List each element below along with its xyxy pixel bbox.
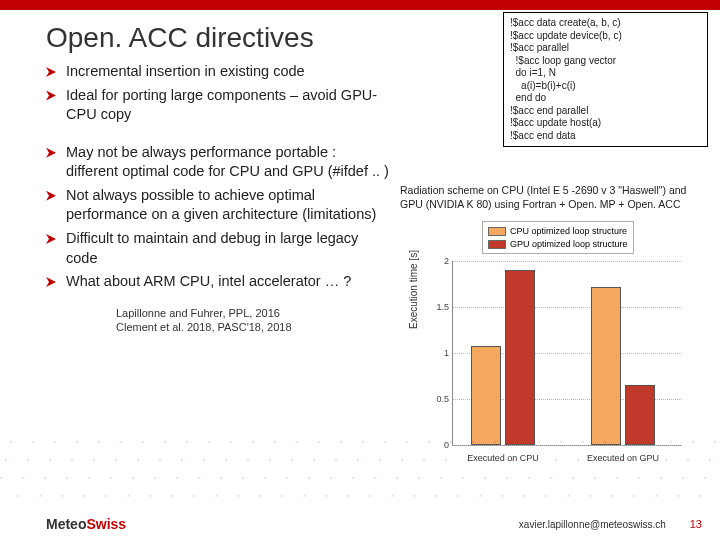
list-item: Incremental insertion in existing code bbox=[46, 62, 392, 82]
chart-caption: Radiation scheme on CPU (Intel E 5 -2690… bbox=[400, 182, 720, 215]
bar-gpu-on-gpu bbox=[625, 385, 655, 445]
y-tick: 1.5 bbox=[423, 302, 449, 312]
code-sample: !$acc data create(a, b, c) !$acc update … bbox=[503, 12, 708, 147]
list-item: May not be always performance portable :… bbox=[46, 143, 392, 182]
list-item: What about ARM CPU, intel accelerator … … bbox=[46, 272, 392, 292]
cons-list: May not be always performance portable :… bbox=[46, 143, 392, 292]
y-tick: 0 bbox=[423, 440, 449, 450]
y-tick: 2 bbox=[423, 256, 449, 266]
y-tick: 1 bbox=[423, 348, 449, 358]
plot-area: 0 0.5 1 1.5 2 Executed on CPU Executed o… bbox=[452, 261, 682, 446]
logo-main: Meteo bbox=[46, 516, 86, 532]
x-tick: Executed on GPU bbox=[568, 453, 678, 463]
bar-cpu-on-gpu bbox=[591, 287, 621, 445]
legend-label: GPU optimized loop structure bbox=[510, 238, 628, 251]
page-number: 13 bbox=[690, 518, 702, 530]
x-tick: Executed on CPU bbox=[448, 453, 558, 463]
logo-accent: Swiss bbox=[86, 516, 126, 532]
list-item: Difficult to maintain and debug in large… bbox=[46, 229, 392, 268]
y-tick: 0.5 bbox=[423, 394, 449, 404]
bar-gpu-on-cpu bbox=[505, 270, 535, 445]
legend-item: GPU optimized loop structure bbox=[488, 238, 628, 251]
legend-item: CPU optimized loop structure bbox=[488, 225, 628, 238]
accent-bar bbox=[0, 0, 720, 10]
reference-line: Clement et al. 2018, PASC'18, 2018 bbox=[116, 320, 392, 335]
list-item: Not always possible to achieve optimal p… bbox=[46, 186, 392, 225]
legend-swatch-gpu bbox=[488, 240, 506, 249]
legend-label: CPU optimized loop structure bbox=[510, 225, 627, 238]
legend-swatch-cpu bbox=[488, 227, 506, 236]
bar-chart: Execution time [s] CPU optimized loop st… bbox=[400, 219, 700, 479]
list-item: Ideal for porting large components – avo… bbox=[46, 86, 392, 125]
references: Lapillonne and Fuhrer, PPL, 2016 Clement… bbox=[46, 306, 392, 336]
reference-line: Lapillonne and Fuhrer, PPL, 2016 bbox=[116, 306, 392, 321]
pros-list: Incremental insertion in existing code I… bbox=[46, 62, 392, 125]
bar-cpu-on-cpu bbox=[471, 346, 501, 445]
chart-legend: CPU optimized loop structure GPU optimiz… bbox=[482, 221, 634, 254]
y-axis-label: Execution time [s] bbox=[408, 250, 419, 329]
footer-email: xavier.lapillonne@meteoswiss.ch bbox=[519, 519, 666, 530]
logo: MeteoSwiss bbox=[46, 516, 126, 532]
left-column: Incremental insertion in existing code I… bbox=[0, 62, 400, 479]
footer: MeteoSwiss xavier.lapillonne@meteoswiss.… bbox=[0, 516, 720, 532]
